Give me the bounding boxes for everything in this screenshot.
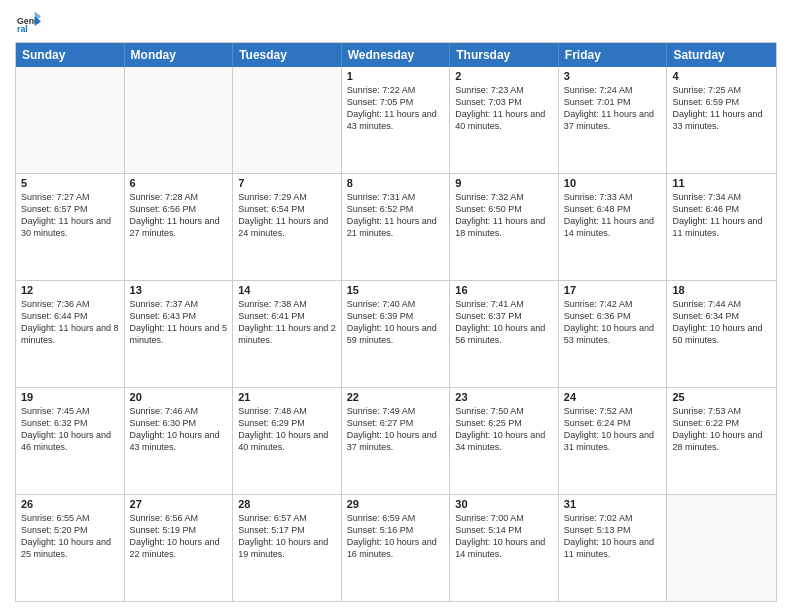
calendar-row-4: 26Sunrise: 6:55 AMSunset: 5:20 PMDayligh… xyxy=(16,495,776,601)
calendar-cell: 22Sunrise: 7:49 AMSunset: 6:27 PMDayligh… xyxy=(342,388,451,494)
day-number: 8 xyxy=(347,177,445,189)
day-number: 29 xyxy=(347,498,445,510)
day-number: 10 xyxy=(564,177,662,189)
cell-info: Sunrise: 7:41 AMSunset: 6:37 PMDaylight:… xyxy=(455,298,553,347)
calendar-cell: 18Sunrise: 7:44 AMSunset: 6:34 PMDayligh… xyxy=(667,281,776,387)
cell-info: Sunrise: 7:53 AMSunset: 6:22 PMDaylight:… xyxy=(672,405,771,454)
calendar-cell: 20Sunrise: 7:46 AMSunset: 6:30 PMDayligh… xyxy=(125,388,234,494)
day-number: 21 xyxy=(238,391,336,403)
day-number: 6 xyxy=(130,177,228,189)
calendar-cell: 26Sunrise: 6:55 AMSunset: 5:20 PMDayligh… xyxy=(16,495,125,601)
day-number: 13 xyxy=(130,284,228,296)
calendar-cell xyxy=(667,495,776,601)
calendar-cell: 14Sunrise: 7:38 AMSunset: 6:41 PMDayligh… xyxy=(233,281,342,387)
calendar-cell: 15Sunrise: 7:40 AMSunset: 6:39 PMDayligh… xyxy=(342,281,451,387)
cell-info: Sunrise: 7:45 AMSunset: 6:32 PMDaylight:… xyxy=(21,405,119,454)
cell-info: Sunrise: 7:44 AMSunset: 6:34 PMDaylight:… xyxy=(672,298,771,347)
cell-info: Sunrise: 7:25 AMSunset: 6:59 PMDaylight:… xyxy=(672,84,771,133)
header-cell-wednesday: Wednesday xyxy=(342,43,451,67)
day-number: 4 xyxy=(672,70,771,82)
cell-info: Sunrise: 6:59 AMSunset: 5:16 PMDaylight:… xyxy=(347,512,445,561)
calendar-cell xyxy=(16,67,125,173)
day-number: 25 xyxy=(672,391,771,403)
cell-info: Sunrise: 7:23 AMSunset: 7:03 PMDaylight:… xyxy=(455,84,553,133)
calendar-cell: 9Sunrise: 7:32 AMSunset: 6:50 PMDaylight… xyxy=(450,174,559,280)
logo-icon: Gene ral xyxy=(17,10,41,34)
day-number: 23 xyxy=(455,391,553,403)
day-number: 15 xyxy=(347,284,445,296)
header-cell-sunday: Sunday xyxy=(16,43,125,67)
cell-info: Sunrise: 7:31 AMSunset: 6:52 PMDaylight:… xyxy=(347,191,445,240)
cell-info: Sunrise: 7:27 AMSunset: 6:57 PMDaylight:… xyxy=(21,191,119,240)
day-number: 5 xyxy=(21,177,119,189)
calendar-cell: 11Sunrise: 7:34 AMSunset: 6:46 PMDayligh… xyxy=(667,174,776,280)
calendar-cell: 29Sunrise: 6:59 AMSunset: 5:16 PMDayligh… xyxy=(342,495,451,601)
day-number: 24 xyxy=(564,391,662,403)
header-cell-tuesday: Tuesday xyxy=(233,43,342,67)
cell-info: Sunrise: 7:38 AMSunset: 6:41 PMDaylight:… xyxy=(238,298,336,347)
cell-info: Sunrise: 7:32 AMSunset: 6:50 PMDaylight:… xyxy=(455,191,553,240)
day-number: 27 xyxy=(130,498,228,510)
calendar-cell: 19Sunrise: 7:45 AMSunset: 6:32 PMDayligh… xyxy=(16,388,125,494)
day-number: 1 xyxy=(347,70,445,82)
calendar-cell: 16Sunrise: 7:41 AMSunset: 6:37 PMDayligh… xyxy=(450,281,559,387)
day-number: 11 xyxy=(672,177,771,189)
cell-info: Sunrise: 7:02 AMSunset: 5:13 PMDaylight:… xyxy=(564,512,662,561)
cell-info: Sunrise: 7:49 AMSunset: 6:27 PMDaylight:… xyxy=(347,405,445,454)
day-number: 7 xyxy=(238,177,336,189)
calendar-cell: 25Sunrise: 7:53 AMSunset: 6:22 PMDayligh… xyxy=(667,388,776,494)
cell-info: Sunrise: 7:42 AMSunset: 6:36 PMDaylight:… xyxy=(564,298,662,347)
cell-info: Sunrise: 7:29 AMSunset: 6:54 PMDaylight:… xyxy=(238,191,336,240)
header-cell-saturday: Saturday xyxy=(667,43,776,67)
calendar-cell: 30Sunrise: 7:00 AMSunset: 5:14 PMDayligh… xyxy=(450,495,559,601)
calendar-cell: 17Sunrise: 7:42 AMSunset: 6:36 PMDayligh… xyxy=(559,281,668,387)
day-number: 14 xyxy=(238,284,336,296)
cell-info: Sunrise: 7:40 AMSunset: 6:39 PMDaylight:… xyxy=(347,298,445,347)
day-number: 22 xyxy=(347,391,445,403)
calendar-cell: 5Sunrise: 7:27 AMSunset: 6:57 PMDaylight… xyxy=(16,174,125,280)
cell-info: Sunrise: 6:56 AMSunset: 5:19 PMDaylight:… xyxy=(130,512,228,561)
calendar-cell: 1Sunrise: 7:22 AMSunset: 7:05 PMDaylight… xyxy=(342,67,451,173)
calendar-cell: 2Sunrise: 7:23 AMSunset: 7:03 PMDaylight… xyxy=(450,67,559,173)
day-number: 31 xyxy=(564,498,662,510)
header-cell-friday: Friday xyxy=(559,43,668,67)
cell-info: Sunrise: 7:00 AMSunset: 5:14 PMDaylight:… xyxy=(455,512,553,561)
calendar-cell: 23Sunrise: 7:50 AMSunset: 6:25 PMDayligh… xyxy=(450,388,559,494)
calendar-cell: 7Sunrise: 7:29 AMSunset: 6:54 PMDaylight… xyxy=(233,174,342,280)
day-number: 28 xyxy=(238,498,336,510)
cell-info: Sunrise: 7:52 AMSunset: 6:24 PMDaylight:… xyxy=(564,405,662,454)
cell-info: Sunrise: 7:33 AMSunset: 6:48 PMDaylight:… xyxy=(564,191,662,240)
cell-info: Sunrise: 7:28 AMSunset: 6:56 PMDaylight:… xyxy=(130,191,228,240)
calendar: SundayMondayTuesdayWednesdayThursdayFrid… xyxy=(15,42,777,602)
calendar-row-0: 1Sunrise: 7:22 AMSunset: 7:05 PMDaylight… xyxy=(16,67,776,174)
calendar-cell: 4Sunrise: 7:25 AMSunset: 6:59 PMDaylight… xyxy=(667,67,776,173)
svg-text:ral: ral xyxy=(17,24,28,34)
cell-info: Sunrise: 6:55 AMSunset: 5:20 PMDaylight:… xyxy=(21,512,119,561)
day-number: 30 xyxy=(455,498,553,510)
cell-info: Sunrise: 7:50 AMSunset: 6:25 PMDaylight:… xyxy=(455,405,553,454)
calendar-cell: 31Sunrise: 7:02 AMSunset: 5:13 PMDayligh… xyxy=(559,495,668,601)
calendar-cell: 8Sunrise: 7:31 AMSunset: 6:52 PMDaylight… xyxy=(342,174,451,280)
calendar-cell xyxy=(125,67,234,173)
cell-info: Sunrise: 7:37 AMSunset: 6:43 PMDaylight:… xyxy=(130,298,228,347)
day-number: 19 xyxy=(21,391,119,403)
calendar-row-1: 5Sunrise: 7:27 AMSunset: 6:57 PMDaylight… xyxy=(16,174,776,281)
day-number: 12 xyxy=(21,284,119,296)
calendar-body: 1Sunrise: 7:22 AMSunset: 7:05 PMDaylight… xyxy=(16,67,776,601)
day-number: 16 xyxy=(455,284,553,296)
cell-info: Sunrise: 7:48 AMSunset: 6:29 PMDaylight:… xyxy=(238,405,336,454)
calendar-header: SundayMondayTuesdayWednesdayThursdayFrid… xyxy=(16,43,776,67)
calendar-cell: 21Sunrise: 7:48 AMSunset: 6:29 PMDayligh… xyxy=(233,388,342,494)
cell-info: Sunrise: 6:57 AMSunset: 5:17 PMDaylight:… xyxy=(238,512,336,561)
day-number: 3 xyxy=(564,70,662,82)
calendar-cell: 6Sunrise: 7:28 AMSunset: 6:56 PMDaylight… xyxy=(125,174,234,280)
calendar-cell: 3Sunrise: 7:24 AMSunset: 7:01 PMDaylight… xyxy=(559,67,668,173)
cell-info: Sunrise: 7:46 AMSunset: 6:30 PMDaylight:… xyxy=(130,405,228,454)
logo: Gene ral xyxy=(15,10,45,34)
day-number: 26 xyxy=(21,498,119,510)
calendar-row-2: 12Sunrise: 7:36 AMSunset: 6:44 PMDayligh… xyxy=(16,281,776,388)
day-number: 18 xyxy=(672,284,771,296)
day-number: 9 xyxy=(455,177,553,189)
header-cell-monday: Monday xyxy=(125,43,234,67)
calendar-cell: 12Sunrise: 7:36 AMSunset: 6:44 PMDayligh… xyxy=(16,281,125,387)
